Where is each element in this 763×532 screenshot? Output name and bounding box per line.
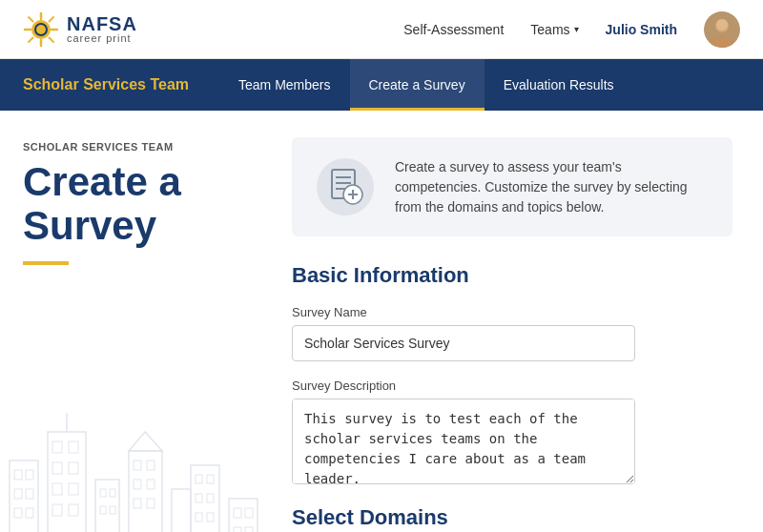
team-name-label: Scholar Services Team <box>23 76 189 93</box>
survey-name-input[interactable] <box>292 325 635 361</box>
svg-rect-19 <box>26 489 33 499</box>
svg-line-7 <box>50 17 54 22</box>
avatar-icon <box>704 11 740 48</box>
svg-rect-33 <box>100 489 106 497</box>
svg-rect-49 <box>196 494 202 502</box>
svg-rect-21 <box>26 508 33 518</box>
svg-rect-47 <box>196 475 202 483</box>
svg-rect-23 <box>52 441 62 453</box>
svg-rect-57 <box>245 527 253 532</box>
self-assessment-link[interactable]: Self-Assessment <box>403 22 504 37</box>
info-box: Create a survey to assess your team's co… <box>292 137 732 236</box>
title-underline <box>23 261 69 265</box>
logo-career-label: career print <box>67 33 137 44</box>
svg-rect-28 <box>69 483 78 495</box>
svg-rect-45 <box>172 489 191 532</box>
logo-text: NAFSA career print <box>67 14 137 44</box>
teams-label: Teams <box>530 22 569 37</box>
svg-rect-50 <box>207 494 214 502</box>
svg-point-14 <box>716 19 728 31</box>
svg-rect-16 <box>14 470 22 480</box>
svg-rect-55 <box>245 508 253 518</box>
svg-rect-36 <box>110 506 115 514</box>
basic-information-title: Basic Information <box>292 263 732 288</box>
survey-description-label: Survey Description <box>292 379 732 393</box>
top-navigation: NAFSA career print Self-Assessment Teams… <box>0 0 763 59</box>
svg-rect-51 <box>196 513 202 522</box>
svg-rect-41 <box>134 480 141 489</box>
survey-icon-wrap <box>315 156 376 217</box>
right-panel: Create a survey to assess your team's co… <box>277 111 763 532</box>
svg-point-59 <box>317 158 374 215</box>
svg-rect-54 <box>234 508 241 518</box>
svg-rect-48 <box>207 475 214 483</box>
svg-rect-30 <box>69 504 78 516</box>
svg-rect-26 <box>69 462 78 474</box>
svg-line-6 <box>50 37 54 42</box>
svg-rect-20 <box>14 508 22 518</box>
svg-rect-43 <box>134 499 141 508</box>
sub-navigation: Scholar Services Team Team Members Creat… <box>0 59 763 111</box>
svg-rect-40 <box>147 460 155 470</box>
avatar[interactable] <box>704 11 740 48</box>
logo-nafsa-label: NAFSA <box>67 14 137 33</box>
svg-rect-56 <box>234 527 241 532</box>
logo[interactable]: NAFSA career print <box>23 11 137 48</box>
tab-create-survey[interactable]: Create a Survey <box>350 59 485 111</box>
svg-rect-44 <box>147 499 155 508</box>
city-illustration-icon <box>0 384 267 532</box>
svg-rect-24 <box>69 441 78 453</box>
page-title: Create a Survey <box>23 160 254 248</box>
tab-evaluation-results[interactable]: Evaluation Results <box>485 59 633 111</box>
svg-rect-52 <box>207 513 214 522</box>
svg-rect-22 <box>48 432 86 532</box>
svg-rect-29 <box>52 504 62 516</box>
left-panel: SCHOLAR SERVICES TEAM Create a Survey <box>0 111 277 532</box>
teams-dropdown[interactable]: Teams ▾ <box>530 22 578 37</box>
svg-rect-35 <box>100 506 106 514</box>
main-content: SCHOLAR SERVICES TEAM Create a Survey <box>0 111 763 532</box>
svg-rect-39 <box>134 460 141 470</box>
select-domains-section: Select Domains Please select domains for… <box>292 505 732 532</box>
svg-line-5 <box>29 17 33 22</box>
info-box-text: Create a survey to assess your team's co… <box>395 157 710 217</box>
basic-information-section: Basic Information Survey Name Survey Des… <box>292 263 732 488</box>
svg-rect-27 <box>52 483 62 495</box>
svg-line-8 <box>29 37 33 42</box>
svg-rect-18 <box>14 489 22 499</box>
select-domains-title: Select Domains <box>292 505 732 530</box>
survey-name-label: Survey Name <box>292 305 732 319</box>
nafsa-logo-icon <box>23 11 59 48</box>
svg-rect-42 <box>147 480 155 489</box>
svg-point-10 <box>36 25 46 34</box>
nav-right: Self-Assessment Teams ▾ Julio Smith <box>403 11 740 48</box>
tab-team-members[interactable]: Team Members <box>219 59 349 111</box>
create-survey-icon <box>315 156 376 217</box>
survey-description-group: Survey Description This survey is to tes… <box>292 379 732 488</box>
svg-rect-17 <box>26 470 33 480</box>
user-name[interactable]: Julio Smith <box>606 22 677 37</box>
svg-rect-34 <box>110 489 115 497</box>
survey-description-input[interactable]: This survey is to test each of the schol… <box>292 399 635 484</box>
svg-rect-25 <box>52 462 62 474</box>
svg-marker-38 <box>129 432 162 451</box>
chevron-down-icon: ▾ <box>574 24 579 34</box>
breadcrumb: SCHOLAR SERVICES TEAM <box>23 141 254 153</box>
survey-name-group: Survey Name <box>292 305 732 361</box>
